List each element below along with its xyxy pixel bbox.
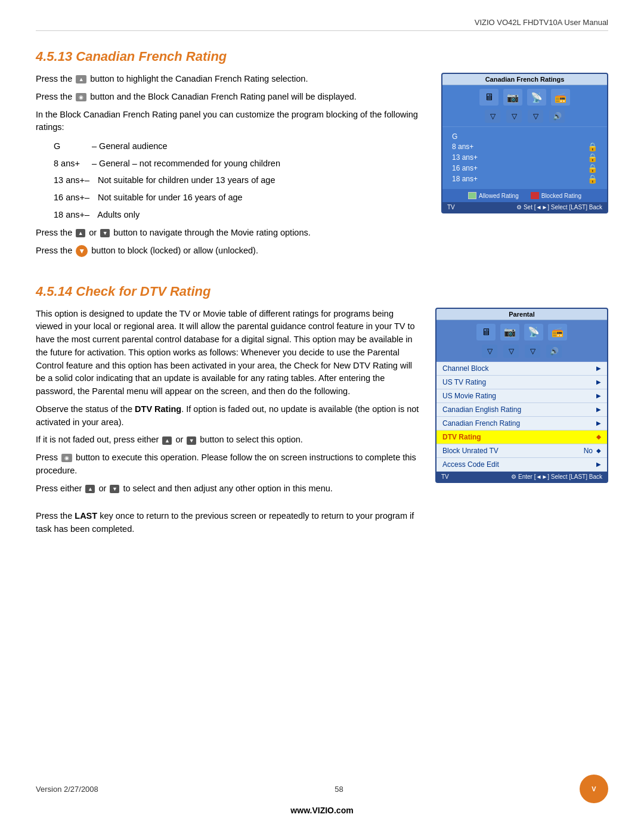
arrow-canadian-french: ▶ <box>596 420 601 426</box>
menu-label-dtv: DTV Rating <box>442 433 481 441</box>
execute-icon: ◉ <box>61 454 72 462</box>
footer-row: Version 2/27/2008 58 V <box>0 775 644 803</box>
menu-label-channel-block: Channel Block <box>442 364 488 373</box>
nav-down-icon: ▼ <box>100 229 110 237</box>
menu-label-block-unrated: Block Unrated TV <box>442 447 499 455</box>
tv-icon-small-3: ▽ <box>528 110 543 123</box>
section-content-canadian-french: Press the ▲ button to highlight the Cana… <box>36 73 608 262</box>
tv-rating-13ans: 13 ans+ 🔒 <box>452 152 597 163</box>
text-column-canadian-french: Press the ▲ button to highlight the Cana… <box>36 73 427 262</box>
nav-icon-1: ▲ <box>76 75 86 83</box>
panel-title-canadian-french: Canadian French Ratings <box>442 74 607 85</box>
para-highlight: Press the ▲ button to highlight the Cana… <box>36 73 427 86</box>
parental-icons-row-top: 🖥 📷 📡 📻 <box>436 320 607 343</box>
tv-rating-8ans: 8 ans+ 🔒 <box>452 141 597 152</box>
footer-page: 58 <box>335 785 343 794</box>
rating-8ans: 8 ans+ – General – not recommended for y… <box>54 156 427 171</box>
menu-item-us-movie[interactable]: US Movie Rating ▶ <box>436 389 607 403</box>
legend-blocked: Blocked Rating <box>531 192 581 199</box>
footer-version: Version 2/27/2008 <box>36 785 98 794</box>
parental-panel: Parental 🖥 📷 📡 📻 ▽ ▽ ▽ 🔊 Channel Block <box>435 308 608 483</box>
arrow-access-code: ▶ <box>596 461 601 467</box>
menu-item-us-tv[interactable]: US TV Rating ▶ <box>436 376 607 389</box>
legend-blocked-box <box>531 192 539 199</box>
tv-icon-satellite: 📡 <box>527 89 546 106</box>
tv-controls: ⚙ Set [◄►] Select [LAST] Back <box>516 204 602 210</box>
lock-13ans: 🔒 <box>587 153 597 162</box>
page-header: VIZIO VO42L FHDTV10A User Manual <box>36 18 608 31</box>
tv-footer-legend: Allowed Rating Blocked Rating <box>442 189 607 202</box>
arrow-channel-block: ▶ <box>596 365 601 371</box>
tv-rating-18ans: 18 ans+ 🔒 <box>452 174 597 184</box>
lock-8ans: 🔒 <box>587 142 597 151</box>
rating-16ans: 16 ans+– Not suitable for under 16 years… <box>54 190 427 205</box>
parental-icon-small-4: 🔊 <box>546 345 562 358</box>
arrow-canadian-english: ▶ <box>596 406 601 413</box>
menu-label-canadian-french: Canadian French Rating <box>442 419 520 428</box>
parental-menu-list: Channel Block ▶ US TV Rating ▶ US Movie … <box>436 362 607 472</box>
para-execute: Press ◉ button to execute this operation… <box>36 451 421 478</box>
tv-label: TV <box>447 204 455 210</box>
para-navigate: Press the ▲ or ▼ button to navigate thro… <box>36 227 427 240</box>
footer-website: www.VIZIO.com <box>290 806 353 815</box>
tv-ratings-list: G 8 ans+ 🔒 13 ans+ 🔒 16 ans+ 🔒 <box>442 127 607 189</box>
para-panel: Press the ◉ button and the Block Canadia… <box>36 91 427 104</box>
either-left-icon: ▲ <box>85 485 95 493</box>
section-content-dtv: This option is designed to update the TV… <box>36 308 608 541</box>
arrow-block-unrated: ◆ <box>596 447 601 454</box>
tv-icon-antenna: 📻 <box>551 89 570 106</box>
section-title-dtv: 4.5.14 Check for DTV Rating <box>36 284 608 299</box>
tv-icon-small-1: ▽ <box>485 110 500 123</box>
legend-allowed: Allowed Rating <box>468 192 519 199</box>
tv-rating-16ans: 16 ans+ 🔒 <box>452 163 597 174</box>
menu-item-block-unrated[interactable]: Block Unrated TV No ◆ <box>436 444 607 458</box>
para-last-key: Press the LAST key once to return to the… <box>36 510 421 536</box>
legend-allowed-label: Allowed Rating <box>479 193 519 199</box>
either-right-icon: ▼ <box>110 485 119 493</box>
tv-rating-g: G <box>452 132 597 141</box>
canadian-french-panel: Canadian French Ratings 🖥 📷 📡 📻 ▽ ▽ ▽ 🔊 … <box>441 73 608 213</box>
parental-icon-monitor: 🖥 <box>476 324 496 340</box>
website-text: www.VIZIO.com <box>290 806 353 815</box>
block-icon: ▼ <box>76 245 88 257</box>
lock-16ans: 🔒 <box>587 163 597 173</box>
parental-controls: ⚙ Enter [◄►] Select [LAST] Back <box>511 473 602 480</box>
para-block: Press the ▼ button to block (locked) or … <box>36 244 427 258</box>
parental-footer-bar: TV ⚙ Enter [◄►] Select [LAST] Back <box>436 472 607 482</box>
lock-18ans: 🔒 <box>587 174 597 184</box>
nav-icon-2: ◉ <box>76 93 86 101</box>
menu-item-dtv-rating[interactable]: DTV Rating ◆ <box>436 431 607 444</box>
menu-label-us-movie: US Movie Rating <box>442 392 496 400</box>
page-container: VIZIO VO42L FHDTV10A User Manual 4.5.13 … <box>0 0 644 833</box>
tv-icons-row-top: 🖥 📷 📡 📻 <box>442 85 607 108</box>
section-title-canadian-french: 4.5.13 Canadian French Rating <box>36 49 608 64</box>
arrow-dtv: ◆ <box>596 433 601 440</box>
menu-label-canadian-english: Canadian English Rating <box>442 405 521 414</box>
parental-icons-row-bottom: ▽ ▽ ▽ 🔊 <box>436 343 607 362</box>
arrow-us-tv: ▶ <box>596 379 601 385</box>
tv-icon-monitor: 🖥 <box>479 89 499 106</box>
menu-item-canadian-english[interactable]: Canadian English Rating ▶ <box>436 403 607 417</box>
footer: Version 2/27/2008 58 V www.VIZIO.com <box>0 775 644 815</box>
legend-blocked-label: Blocked Rating <box>541 193 581 199</box>
menu-label-access-code: Access Code Edit <box>442 460 499 469</box>
menu-item-access-code[interactable]: Access Code Edit ▶ <box>436 458 607 472</box>
parental-icon-small-1: ▽ <box>482 345 497 358</box>
nav-left-icon: ▲ <box>162 436 172 445</box>
tv-icon-small-2: ▽ <box>506 110 522 123</box>
manual-title: VIZIO VO42L FHDTV10A User Manual <box>475 18 608 27</box>
menu-item-channel-block[interactable]: Channel Block ▶ <box>436 362 607 376</box>
parental-panel-title: Parental <box>436 309 607 320</box>
menu-label-us-tv: US TV Rating <box>442 378 486 386</box>
tv-icon-camera: 📷 <box>503 89 522 106</box>
rating-g: G – General audience <box>54 139 427 154</box>
tv-icons-row-bottom: ▽ ▽ ▽ 🔊 <box>442 108 607 127</box>
rating-18ans: 18 ans+– Adults only <box>54 208 427 222</box>
para-not-faded: If it is not faded out, press either ▲ o… <box>36 433 421 447</box>
parental-icon-antenna: 📻 <box>548 324 567 340</box>
parental-icon-small-2: ▽ <box>503 345 519 358</box>
vizio-logo-text: V <box>592 785 596 792</box>
tv-icon-small-4: 🔊 <box>549 110 565 123</box>
menu-item-canadian-french[interactable]: Canadian French Rating ▶ <box>436 417 607 431</box>
legend-allowed-box <box>468 192 476 199</box>
